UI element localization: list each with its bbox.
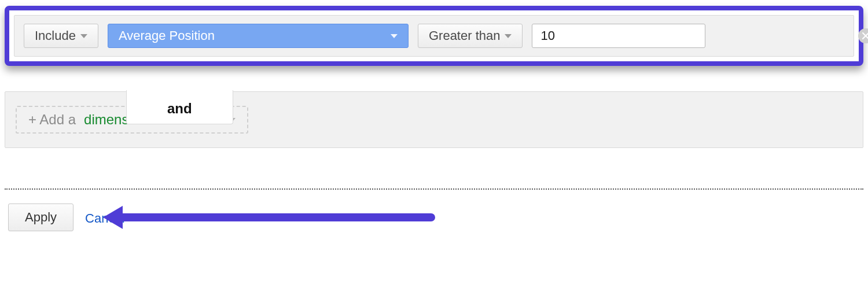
include-dropdown[interactable]: Include — [24, 24, 98, 48]
footer-actions: Apply Cancel — [5, 204, 863, 231]
add-prefix: + Add a — [28, 112, 76, 128]
comparator-dropdown[interactable]: Greater than — [418, 24, 523, 48]
filter-value-input[interactable] — [532, 24, 705, 48]
cancel-label: Cancel — [85, 211, 124, 225]
filter-row-highlight: Include Average Position Greater than — [5, 6, 863, 66]
and-label: and — [167, 101, 192, 116]
chevron-down-icon — [80, 34, 87, 38]
filter-row: Include Average Position Greater than — [14, 15, 854, 57]
arrow-shaft — [123, 213, 435, 221]
arrow-annotation — [103, 206, 435, 229]
section-divider — [5, 188, 863, 190]
comparator-label: Greater than — [429, 28, 501, 43]
filter-group-container: and + Add a dimension or metric — [5, 91, 863, 148]
cancel-link[interactable]: Cancel — [85, 211, 124, 226]
dimension-selected-label: Average Position — [119, 28, 215, 43]
include-label: Include — [35, 28, 76, 43]
dimension-dropdown[interactable]: Average Position — [108, 24, 409, 48]
chevron-down-icon — [505, 34, 512, 38]
remove-filter-icon[interactable] — [858, 28, 868, 43]
and-connector-tab: and — [126, 90, 233, 124]
chevron-down-icon — [391, 34, 398, 38]
apply-button[interactable]: Apply — [8, 204, 73, 231]
apply-label: Apply — [25, 210, 57, 224]
